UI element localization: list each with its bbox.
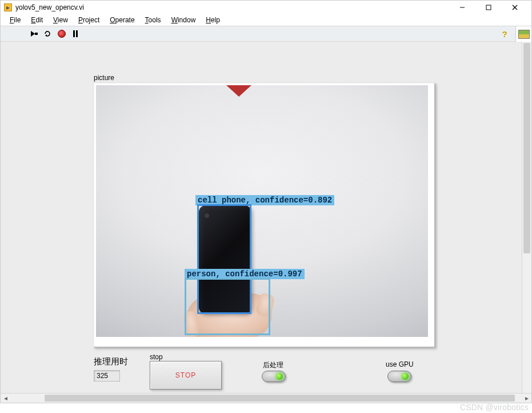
- svg-rect-5: [35, 33, 38, 35]
- toggle-led-icon: [276, 373, 283, 380]
- menu-help[interactable]: Help: [201, 15, 225, 25]
- labview-vi-icon: ▶: [4, 3, 12, 11]
- pause-button-icon[interactable]: [70, 29, 81, 39]
- toolbar: ?: [1, 26, 531, 42]
- bbox-person: [185, 278, 270, 335]
- use-gpu-label: use GPU: [386, 360, 414, 368]
- stop-button[interactable]: STOP: [150, 361, 222, 390]
- svg-rect-1: [486, 5, 491, 10]
- scroll-right-arrow-icon[interactable]: ▸: [522, 394, 531, 403]
- menu-edit[interactable]: Edit: [26, 15, 47, 25]
- camera-image: cell phone, confidence=0.892 person, con…: [96, 85, 430, 337]
- stop-label: stop: [150, 353, 163, 361]
- inference-time-value: 325: [94, 370, 120, 382]
- use-gpu-toggle[interactable]: [387, 371, 411, 382]
- picture-label: picture: [94, 74, 114, 82]
- scrollbar-thumb[interactable]: [523, 43, 530, 253]
- menu-operate[interactable]: Operate: [105, 15, 139, 25]
- maximize-button[interactable]: [475, 1, 502, 14]
- menu-project[interactable]: Project: [74, 15, 104, 25]
- inference-time-label: 推理用时: [94, 356, 128, 367]
- run-continuously-icon[interactable]: [43, 29, 53, 39]
- menu-view[interactable]: View: [49, 15, 73, 25]
- app-window: ▶ yolov5_new_opencv.vi File Edit View Pr…: [0, 0, 532, 403]
- titlebar: ▶ yolov5_new_opencv.vi: [1, 1, 531, 14]
- menu-window[interactable]: Window: [167, 15, 201, 25]
- picture-indicator: cell phone, confidence=0.892 person, con…: [94, 83, 435, 348]
- postprocess-toggle[interactable]: [262, 371, 286, 382]
- red-corner-decor: [226, 85, 251, 97]
- scrollbar-thumb[interactable]: [45, 395, 515, 402]
- window-title: yolov5_new_opencv.vi: [15, 3, 84, 11]
- svg-marker-6: [45, 34, 47, 37]
- abort-button-icon[interactable]: [57, 29, 67, 39]
- menu-bar: File Edit View Project Operate Tools Win…: [1, 14, 531, 26]
- stop-button-text: STOP: [175, 371, 196, 379]
- menu-tools[interactable]: Tools: [141, 15, 166, 25]
- menu-file[interactable]: File: [5, 15, 25, 25]
- toggle-led-icon: [402, 373, 409, 380]
- postprocess-label: 后处理: [263, 360, 283, 370]
- horizontal-scrollbar[interactable]: ◂ ▸: [1, 393, 531, 403]
- run-button-icon[interactable]: [29, 29, 39, 39]
- front-panel: picture cell phone, confidence=0.892 per…: [1, 42, 531, 403]
- vi-icon[interactable]: [515, 26, 531, 42]
- svg-marker-4: [31, 31, 35, 37]
- minimize-button[interactable]: [449, 1, 475, 14]
- watermark-text: CSDN @virobotics: [460, 403, 529, 412]
- close-button[interactable]: [502, 1, 528, 14]
- context-help-icon[interactable]: ?: [499, 29, 510, 39]
- scroll-left-arrow-icon[interactable]: ◂: [1, 394, 10, 403]
- vertical-scrollbar[interactable]: [522, 42, 531, 393]
